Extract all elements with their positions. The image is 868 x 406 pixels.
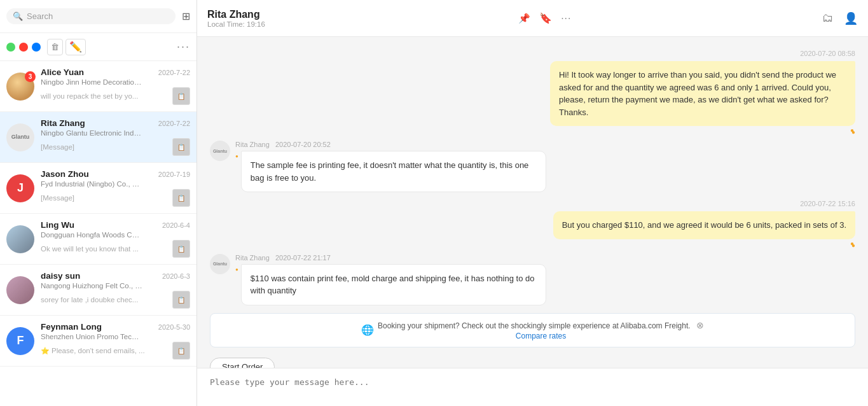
contact-item-rita[interactable]: Glantu Rita Zhang 2020-7-22 Ningbo Glant… [0, 112, 196, 163]
profile-icon[interactable]: 👤 [844, 11, 858, 25]
message-left-1: Glantu Rita Zhang 2020-07-20 20:52 ● The… [210, 141, 855, 192]
chat-area: Rita Zhang Local Time: 19:16 📌 🔖 ··· 🗂 👤… [197, 0, 868, 406]
chat-title: Rita Zhang [207, 9, 260, 20]
chat-header-left: Rita Zhang Local Time: 19:16 [207, 9, 268, 28]
contact-item-alice[interactable]: 3 Alice Yuan 2020-7-22 Ningbo Jinn Home … [0, 61, 196, 112]
avatar-wrap-daisy [6, 276, 34, 304]
freight-close-button[interactable]: ⊗ [696, 320, 704, 330]
contact-preview-text-jason: [Message] [41, 194, 74, 202]
compare-rates-link[interactable]: Compare rates [378, 332, 704, 340]
bubble-left-inner-2: ● $110 was contain print fee, mold charg… [235, 264, 546, 305]
bubble-text-left-2: $110 was contain print fee, mold charge … [241, 264, 546, 305]
thumb-alice: 📋 [172, 87, 190, 105]
pin-icon[interactable]: 📌 [518, 13, 530, 24]
message-right-1: Hi! It took way longer to arrive than yo… [210, 61, 855, 126]
sidebar-actions: 🗑 ✏️ ··· [0, 33, 196, 61]
chat-header-right: 🗂 👤 [822, 11, 858, 25]
contact-name-jason: Jason Zhou [41, 169, 89, 179]
sidebar: 🔍 Search ⊞ 🗑 ✏️ ··· 3 Alice Yuan 2020- [0, 0, 197, 406]
contact-item-daisy[interactable]: daisy sun 2020-6-3 Nangong Huizhong Felt… [0, 265, 196, 316]
contact-name-feynman: Feynman Long [41, 322, 102, 332]
avatar-rita-chat-2: Glantu [210, 254, 230, 274]
search-icon: 🔍 [13, 11, 23, 21]
contact-info-alice: Alice Yuan 2020-7-22 Ningbo Jinn Home De… [41, 67, 190, 105]
contact-preview-text-alice: will you repack the set by yo... [41, 92, 138, 100]
contact-preview-text-rita: [Message] [41, 143, 74, 151]
timestamp-msg1: 2020-07-20 08:58 [210, 50, 855, 57]
freight-banner-text: Booking your shipment? Check out the sho… [378, 321, 691, 330]
status-dot-green[interactable] [6, 43, 15, 52]
bubble-wrap-left-2: Rita Zhang 2020-07-22 21:17 ● $110 was c… [235, 254, 546, 305]
documents-icon[interactable]: 🗂 [822, 11, 834, 25]
avatar-rita: Glantu [6, 123, 34, 151]
avatar-wrap-ling [6, 225, 34, 253]
contact-name-row-daisy: daisy sun 2020-6-3 [41, 271, 190, 281]
avatar-wrap-jason: J [6, 174, 34, 202]
contact-date-daisy: 2020-6-3 [162, 272, 190, 280]
dot-right-1: ● [210, 129, 855, 136]
contact-date-rita: 2020-7-22 [158, 120, 190, 127]
chat-input[interactable] [210, 377, 855, 387]
contact-preview-daisy: sorey for late ,i doubke chec... 📋 [41, 291, 190, 309]
compose-button[interactable]: ✏️ [65, 39, 86, 55]
bubble-text-msg1: Hi! It took way longer to arrive than yo… [559, 70, 836, 117]
contact-name-row-rita: Rita Zhang 2020-7-22 [41, 118, 190, 128]
contact-item-feynman[interactable]: F Feynman Long 2020-5-30 Shenzhen Union … [0, 316, 196, 367]
avatar-wrap-alice: 3 [6, 73, 34, 101]
contact-name-row-jason: Jason Zhou 2020-7-19 [41, 169, 190, 179]
contact-info-daisy: daisy sun 2020-6-3 Nangong Huizhong Felt… [41, 271, 190, 309]
contact-list: 3 Alice Yuan 2020-7-22 Ningbo Jinn Home … [0, 61, 196, 406]
bookmark-icon[interactable]: 🔖 [539, 12, 552, 24]
contact-date-alice: 2020-7-22 [158, 69, 190, 76]
contact-name-row-feynman: Feynman Long 2020-5-30 [41, 322, 190, 332]
more-chat-options-icon[interactable]: ··· [561, 13, 571, 24]
thumb-daisy: 📋 [172, 291, 190, 309]
bubble-meta-left-1: Rita Zhang 2020-07-20 20:52 [235, 141, 546, 148]
status-dot-blue[interactable] [32, 43, 41, 52]
chat-input-area [197, 368, 868, 406]
contact-name-row-alice: Alice Yuan 2020-7-22 [41, 67, 190, 77]
contact-preview-feynman: ⭐ Please, don't send emails, ... 📋 [41, 342, 190, 360]
more-options-button[interactable]: ··· [177, 40, 190, 53]
verified-icon-feynman: ⭐ [41, 347, 50, 355]
contact-company-jason: Fyd Industrial (Ningbo) Co., Ltd. [41, 180, 142, 188]
status-dot-red[interactable] [19, 43, 28, 52]
search-bar[interactable]: 🔍 Search [6, 8, 176, 24]
contact-date-feynman: 2020-5-30 [158, 323, 190, 331]
grid-icon[interactable]: ⊞ [182, 10, 190, 22]
contact-info-ling: Ling Wu 2020-6-4 Dongguan Hongfa Woods C… [41, 220, 190, 258]
avatar-jason: J [6, 174, 34, 202]
online-dot-1: ● [235, 153, 238, 159]
filter-button[interactable]: 🗑 [47, 39, 63, 55]
contact-preview-rita: [Message] 📋 [41, 138, 190, 156]
contact-name-row-ling: Ling Wu 2020-6-4 [41, 220, 190, 230]
avatar-wrap-rita: Glantu [6, 123, 34, 151]
avatar-daisy [6, 276, 34, 304]
freight-banner-content: Booking your shipment? Check out the sho… [378, 320, 704, 340]
contact-preview-jason: [Message] 📋 [41, 189, 190, 207]
avatar-wrap-feynman: F [6, 327, 34, 355]
bubble-text-msg3: But you charged $110, and we agreed it w… [562, 220, 846, 230]
sender-left-2: Rita Zhang [235, 254, 270, 262]
bubble-left-inner-1: ● The sample fee is printing fee, it doe… [235, 151, 546, 192]
avatar-feynman: F [6, 327, 34, 355]
contact-item-ling[interactable]: Ling Wu 2020-6-4 Dongguan Hongfa Woods C… [0, 214, 196, 265]
contact-preview-text-ling: Ok we will let you know that ... [41, 245, 139, 253]
contact-company-alice: Ningbo Jinn Home Decoration C... [41, 78, 142, 86]
chat-header: Rita Zhang Local Time: 19:16 📌 🔖 ··· 🗂 👤 [197, 0, 868, 37]
start-order-button[interactable]: Start Order [210, 358, 275, 368]
sidebar-top: 🔍 Search ⊞ [0, 0, 196, 33]
chat-local-time: Local Time: 19:16 [207, 20, 268, 28]
contact-info-rita: Rita Zhang 2020-7-22 Ningbo Glantu Elect… [41, 118, 190, 156]
online-dot-2: ● [235, 267, 238, 272]
contact-preview-alice: will you repack the set by yo... 📋 [41, 87, 190, 105]
contact-company-daisy: Nangong Huizhong Felt Co., Ltd. [41, 282, 142, 290]
contact-item-jason[interactable]: J Jason Zhou 2020-7-19 Fyd Industrial (N… [0, 163, 196, 214]
timestamp-msg3: 2020-07-22 15:16 [210, 200, 855, 207]
bubble-msg1: Hi! It took way longer to arrive than yo… [550, 61, 855, 126]
thumb-rita: 📋 [172, 138, 190, 156]
avatar-rita-chat: Glantu [210, 141, 230, 161]
bubble-text-left-1: The sample fee is printing fee, it doesn… [241, 151, 546, 192]
contact-date-ling: 2020-6-4 [162, 221, 190, 229]
thumb-ling: 📋 [172, 240, 190, 258]
